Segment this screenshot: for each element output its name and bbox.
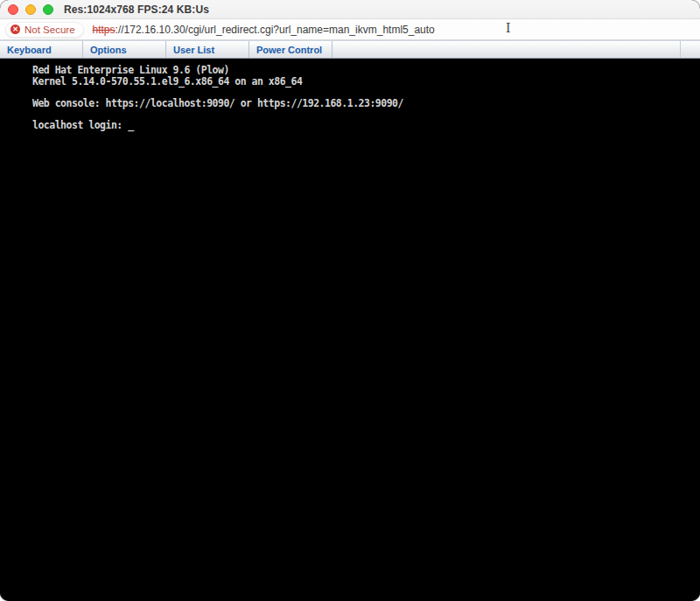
close-window-button[interactable] bbox=[8, 4, 18, 15]
terminal-cursor: _ bbox=[128, 119, 133, 131]
menu-item-user-list[interactable]: User List bbox=[166, 41, 249, 58]
url-scheme-strikethrough: https bbox=[93, 24, 116, 36]
url-bar[interactable]: ✕ Not Secure https://172.16.10.30/cgi/ur… bbox=[0, 19, 700, 40]
address-url[interactable]: https://172.16.10.30/cgi/url_redirect.cg… bbox=[93, 24, 435, 36]
menu-bar-end-cell bbox=[681, 41, 700, 58]
minimize-window-button[interactable] bbox=[25, 4, 36, 15]
menu-bar-filler bbox=[332, 41, 681, 58]
zoom-window-button[interactable] bbox=[43, 4, 53, 15]
console-login-line[interactable]: localhost login: _ bbox=[32, 120, 403, 131]
console-line-blank bbox=[32, 87, 403, 98]
window-title: Res:1024x768 FPS:24 KB:Us bbox=[64, 3, 209, 16]
not-secure-icon: ✕ bbox=[10, 24, 20, 34]
login-prompt: localhost login: bbox=[32, 119, 128, 131]
title-bar[interactable]: Res:1024x768 FPS:24 KB:Us bbox=[0, 0, 700, 19]
console-line-web-console: Web console: https://localhost:9090/ or … bbox=[32, 98, 403, 109]
menu-item-keyboard[interactable]: Keyboard bbox=[0, 41, 83, 58]
console-line-kernel: Kernel 5.14.0-570.55.1.el9_6.x86_64 on a… bbox=[32, 76, 403, 87]
remote-console-screen[interactable]: Red Hat Enterprise Linux 9.6 (Plow) Kern… bbox=[0, 59, 700, 601]
console-text: Red Hat Enterprise Linux 9.6 (Plow) Kern… bbox=[32, 65, 403, 130]
text-cursor-icon: I bbox=[506, 21, 511, 35]
window-controls bbox=[8, 4, 53, 15]
menu-item-options[interactable]: Options bbox=[83, 41, 166, 58]
ikvm-viewer-window: Res:1024x768 FPS:24 KB:Us ✕ Not Secure h… bbox=[0, 0, 700, 601]
not-secure-badge[interactable]: ✕ Not Secure bbox=[5, 22, 84, 38]
not-secure-label: Not Secure bbox=[24, 24, 75, 35]
console-line-os: Red Hat Enterprise Linux 9.6 (Plow) bbox=[32, 65, 403, 76]
menu-item-power-control[interactable]: Power Control bbox=[249, 41, 332, 58]
viewer-menu-bar: Keyboard Options User List Power Control bbox=[0, 40, 700, 59]
url-remainder: ://172.16.10.30/cgi/url_redirect.cgi?url… bbox=[116, 24, 435, 36]
